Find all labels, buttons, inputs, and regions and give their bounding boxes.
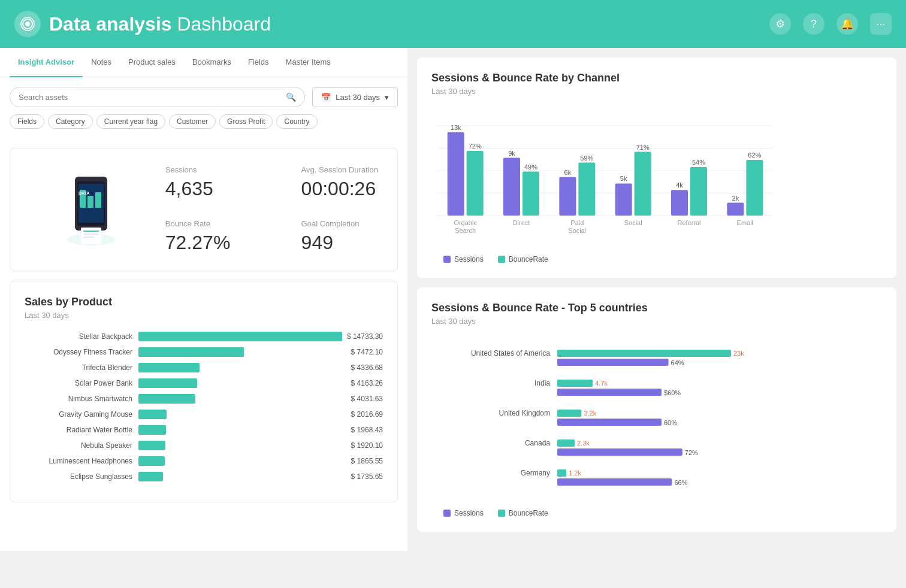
filter-tag-gross-profit[interactable]: Gross Profit — [219, 114, 273, 129]
bar-fill — [138, 394, 195, 404]
logo-icon — [14, 11, 41, 37]
more-options-icon[interactable]: ··· — [870, 13, 892, 35]
chevron-down-icon: ▾ — [385, 93, 389, 102]
svg-text:72%: 72% — [469, 143, 482, 150]
channel-chart-subtitle: Last 30 days — [431, 87, 882, 96]
header: Data analysis Dashboard ⚙ ? 🔔 ··· — [0, 0, 906, 48]
product-name: Stellar Backpack — [25, 332, 138, 341]
svg-text:6k: 6k — [564, 169, 572, 176]
country-sessions-bar — [557, 350, 731, 357]
bar-fill — [138, 425, 166, 435]
tabs-bar: Insight Advisor Notes Product sales Book… — [0, 48, 407, 77]
product-name: Eclipse Sunglasses — [25, 472, 138, 481]
tab-insight-advisor[interactable]: Insight Advisor — [10, 48, 83, 77]
country-bounce-bar — [557, 359, 669, 366]
filter-tag-current-year[interactable]: Current year flag — [96, 114, 165, 129]
channel-chart-title: Sessions & Bounce Rate by Channel — [431, 72, 882, 84]
tab-notes[interactable]: Notes — [83, 48, 120, 77]
svg-text:$60%: $60% — [664, 389, 681, 396]
list-item: Nebula Speaker $ 1920.10 — [25, 441, 383, 450]
svg-text:2.3k: 2.3k — [577, 440, 590, 447]
filter-tag-fields[interactable]: Fields — [10, 114, 44, 129]
main-layout: Insight Advisor Notes Product sales Book… — [0, 48, 906, 551]
bounce-bar — [467, 151, 484, 216]
list-item: Nimbus Smartwatch $ 4031.63 — [25, 394, 383, 404]
svg-text:Email: Email — [737, 219, 754, 226]
sales-card-title: Sales by Product — [25, 296, 383, 308]
tab-product-sales[interactable]: Product sales — [120, 48, 184, 77]
search-box[interactable]: 🔍 — [10, 87, 305, 107]
bar-fill — [138, 410, 167, 419]
search-input[interactable] — [19, 93, 281, 102]
sessions-bar — [615, 183, 632, 216]
bar-fill — [138, 456, 165, 466]
country-bounce-bar — [557, 478, 672, 486]
tab-master-items[interactable]: Master Items — [277, 48, 339, 77]
goal-completion-stat: Goal Completion 949 — [301, 219, 378, 254]
product-value: $ 1865.55 — [346, 457, 383, 465]
filter-tag-country[interactable]: Country — [276, 114, 317, 129]
country-sessions-bar — [557, 380, 593, 387]
header-left: Data analysis Dashboard — [14, 11, 271, 37]
sessions-legend-dot — [443, 256, 451, 263]
countries-chart-subtitle: Last 30 days — [431, 317, 882, 326]
product-name: Solar Power Bank — [25, 379, 138, 387]
sales-card: Sales by Product Last 30 days Stellar Ba… — [10, 281, 398, 502]
filter-tag-category[interactable]: Category — [48, 114, 93, 129]
product-value: $ 4031.63 — [346, 395, 383, 403]
settings-icon[interactable]: ⚙ — [769, 13, 791, 35]
svg-text:54%: 54% — [692, 159, 705, 166]
svg-text:United States of America: United States of America — [471, 349, 550, 357]
sessions-value: 4,635 — [165, 178, 289, 200]
country-bounce-bar — [557, 389, 662, 396]
sessions-bar — [727, 203, 744, 216]
product-name: Nebula Speaker — [25, 441, 138, 450]
legend-sessions: Sessions — [443, 255, 484, 263]
sessions-bar — [559, 177, 576, 216]
svg-text:Social: Social — [624, 219, 642, 226]
channel-svg: 13k72%OrganicSearch9k49%Direct6k59%PaidS… — [431, 108, 779, 245]
goal-completion-label: Goal Completion — [301, 219, 378, 228]
legend-bounce-c: BounceRate — [498, 509, 548, 517]
bounce-bar — [746, 160, 763, 216]
tab-fields[interactable]: Fields — [240, 48, 277, 77]
product-name: Trifecta Blender — [25, 363, 138, 372]
bounce-legend-dot — [498, 256, 505, 263]
search-area: 🔍 📅 Last 30 days ▾ Fields Category Curre… — [0, 77, 407, 138]
channel-chart: 13k72%OrganicSearch9k49%Direct6k59%PaidS… — [431, 108, 882, 248]
list-item: Trifecta Blender $ 4336.68 — [25, 363, 383, 372]
avg-duration-stat: Avg. Session Duration 00:00:26 — [301, 165, 378, 200]
svg-text:1.2k: 1.2k — [569, 469, 581, 477]
svg-text:49%: 49% — [524, 163, 537, 171]
left-panel: Insight Advisor Notes Product sales Book… — [0, 48, 407, 551]
notifications-icon[interactable]: 🔔 — [836, 13, 858, 35]
countries-legend: Sessions BounceRate — [431, 509, 882, 517]
product-name: Radiant Water Bottle — [25, 426, 138, 434]
product-value: $ 1920.10 — [346, 441, 383, 450]
svg-rect-9 — [95, 192, 101, 208]
country-bounce-bar — [557, 419, 662, 426]
svg-text:Paid: Paid — [570, 219, 584, 226]
sales-bar-chart: Stellar Backpack $ 14733.30 Odyssey Fitn… — [25, 332, 383, 481]
bounce-c-legend-dot — [498, 510, 505, 517]
countries-chart-title: Sessions & Bounce Rate - Top 5 countries — [431, 302, 882, 314]
product-value: $ 7472.10 — [346, 348, 383, 356]
bounce-legend-label: BounceRate — [509, 255, 548, 263]
list-item: Eclipse Sunglasses $ 1735.65 — [25, 472, 383, 481]
svg-text:United Kingdom: United Kingdom — [499, 409, 550, 417]
tab-bookmarks[interactable]: Bookmarks — [184, 48, 240, 77]
svg-text:3.2k: 3.2k — [584, 410, 596, 417]
help-icon[interactable]: ? — [803, 13, 825, 35]
svg-text:62%: 62% — [748, 151, 761, 159]
product-value: $ 4163.26 — [346, 379, 383, 387]
filter-tag-customer[interactable]: Customer — [169, 114, 216, 129]
bounce-rate-label: Bounce Rate — [165, 219, 289, 228]
countries-chart-card: Sessions & Bounce Rate - Top 5 countries… — [417, 287, 896, 532]
svg-text:59%: 59% — [580, 154, 593, 162]
product-value: $ 1735.65 — [346, 472, 383, 481]
bar-fill — [138, 441, 165, 450]
bar-fill — [138, 332, 342, 341]
date-picker[interactable]: 📅 Last 30 days ▾ — [312, 87, 398, 107]
svg-text:2k: 2k — [732, 195, 739, 202]
bar-fill — [138, 378, 197, 388]
